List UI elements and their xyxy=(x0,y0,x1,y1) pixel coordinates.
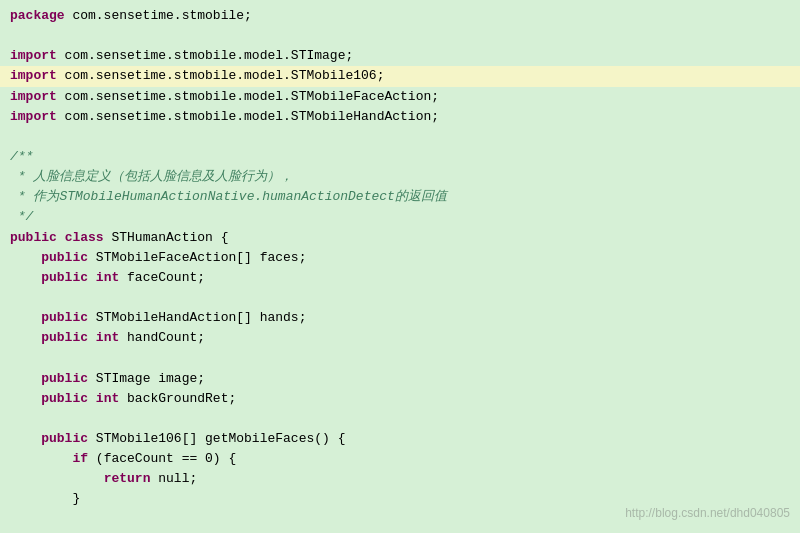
code-line-1: package com.sensetime.stmobile; xyxy=(0,6,800,26)
code-line-6: import com.sensetime.stmobile.model.STMo… xyxy=(0,107,800,127)
code-line-8: /** xyxy=(0,147,800,167)
code-line-19: public STImage image; xyxy=(0,369,800,389)
code-line-14: public int faceCount; xyxy=(0,268,800,288)
keyword-package: package xyxy=(10,8,65,23)
code-line-11: */ xyxy=(0,207,800,227)
code-line-23: if (faceCount == 0) { xyxy=(0,449,800,469)
code-line-7 xyxy=(0,127,800,147)
code-line-9: * 人脸信息定义（包括人脸信息及人脸行为）， xyxy=(0,167,800,187)
code-line-17: public int handCount; xyxy=(0,328,800,348)
code-line-3: import com.sensetime.stmobile.model.STIm… xyxy=(0,46,800,66)
code-line-24: return null; xyxy=(0,469,800,489)
code-line-13: public STMobileFaceAction[] faces; xyxy=(0,248,800,268)
code-line-2 xyxy=(0,26,800,46)
code-line-27: STMobile106[] arrayFaces = new STMobile1… xyxy=(0,530,800,533)
code-line-20: public int backGroundRet; xyxy=(0,389,800,409)
code-line-16: public STMobileHandAction[] hands; xyxy=(0,308,800,328)
code-line-22: public STMobile106[] getMobileFaces() { xyxy=(0,429,800,449)
code-line-5: import com.sensetime.stmobile.model.STMo… xyxy=(0,87,800,107)
code-line-10: * 作为STMobileHumanActionNative.humanActio… xyxy=(0,187,800,207)
code-line-4: import com.sensetime.stmobile.model.STMo… xyxy=(0,66,800,86)
code-line-18 xyxy=(0,348,800,368)
code-line-12: public class STHumanAction { xyxy=(0,228,800,248)
code-editor: package com.sensetime.stmobile; import c… xyxy=(0,0,800,533)
watermark: http://blog.csdn.net/dhd040805 xyxy=(625,504,790,523)
code-line-15 xyxy=(0,288,800,308)
code-line-21 xyxy=(0,409,800,429)
